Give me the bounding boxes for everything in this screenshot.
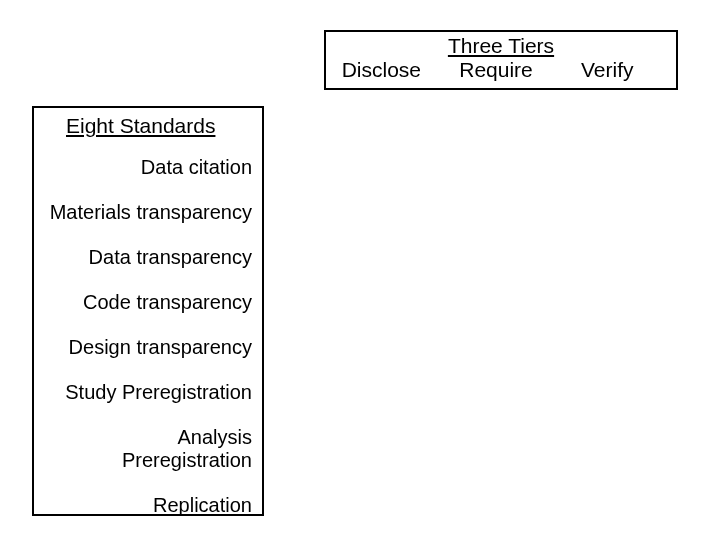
standards-box: Eight Standards Data citation Materials … [32,106,264,516]
tiers-title: Three Tiers [326,32,676,57]
tier-column-verify: Verify [571,57,671,82]
slide-canvas: Three Tiers Disclose Require Verify Eigh… [0,0,720,540]
list-item: Replication [44,494,252,517]
list-item: Materials transparency [44,201,252,224]
list-item: Data transparency [44,246,252,269]
standards-list: Data citation Materials transparency Dat… [44,156,252,517]
tiers-box: Three Tiers Disclose Require Verify [324,30,678,90]
list-item: Data citation [44,156,252,179]
list-item: Study Preregistration [44,381,252,404]
list-item: Code transparency [44,291,252,314]
standards-title: Eight Standards [44,114,252,138]
tier-column-disclose: Disclose [331,57,421,82]
tiers-columns: Disclose Require Verify [326,57,676,82]
tier-column-require: Require [451,57,541,82]
list-item: Analysis Preregistration [44,426,252,472]
list-item: Design transparency [44,336,252,359]
